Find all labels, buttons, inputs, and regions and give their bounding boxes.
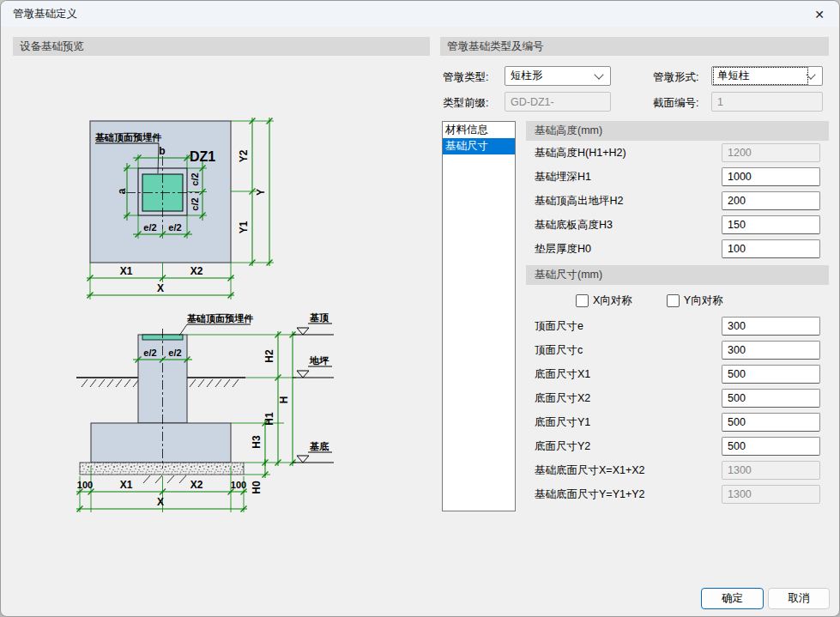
- pier-form-value: 单短柱: [714, 68, 807, 84]
- dim-label-y: Y: [255, 189, 267, 196]
- dim-label-x: X: [157, 282, 164, 294]
- pier-form-label: 管墩形式:: [653, 70, 698, 85]
- field-row: 基础埋深H1: [526, 165, 829, 189]
- dim-label-x2: X2: [190, 265, 203, 277]
- field-label: 顶面尺寸e: [535, 319, 583, 334]
- level-label-base: 基底: [309, 441, 329, 451]
- field-label: 基础底面尺寸Y=Y1+Y2: [535, 487, 645, 502]
- field-input[interactable]: [722, 215, 820, 234]
- section-footing: [91, 423, 231, 463]
- field-row: 基础底面尺寸X=X1+X2: [526, 458, 829, 482]
- dim-label-h2: H2: [263, 349, 275, 363]
- field-input[interactable]: [722, 437, 820, 456]
- type-prefix-input: [505, 92, 611, 112]
- type-prefix-label: 类型前缀:: [443, 96, 488, 111]
- field-row: 基础高度H(H1+H2): [526, 141, 829, 165]
- list-item[interactable]: 材料信息: [443, 122, 515, 138]
- field-input: [722, 485, 820, 504]
- window-title: 管墩基础定义: [13, 7, 77, 21]
- plan-precast-label: 基础顶面预埋件: [94, 132, 162, 142]
- field-row: 底面尺寸Y1: [526, 410, 829, 434]
- field-label: 垫层厚度H0: [535, 242, 591, 257]
- list-item[interactable]: 基础尺寸: [443, 138, 515, 154]
- foundation-preview-drawing: 基础顶面预埋件 DZ1: [13, 35, 430, 564]
- dim-label-x-sec: X: [157, 496, 164, 508]
- field-input[interactable]: [722, 317, 820, 336]
- dim-label-e2-right-sec: e/2: [168, 348, 181, 358]
- field-input: [722, 143, 820, 162]
- pier-type-label: 管墩类型:: [443, 70, 488, 85]
- chevron-down-icon: [806, 70, 815, 79]
- checkbox-label: X向对称: [593, 293, 632, 308]
- section-no-label: 截面编号:: [653, 96, 698, 111]
- field-row: 基础底面尺寸Y=Y1+Y2: [526, 482, 829, 506]
- pier-type-value: 短柱形: [507, 68, 595, 84]
- section-header-height: 基础高度(mm): [526, 121, 829, 141]
- pier-form-combobox[interactable]: 单短柱: [711, 66, 823, 86]
- dim-label-x2-sec: X2: [190, 479, 203, 491]
- chevron-down-icon: [594, 70, 603, 79]
- section-precast-label: 基础顶面预埋件: [186, 313, 254, 324]
- dim-label-e2-left-sec: e/2: [143, 348, 156, 358]
- right-panel-header-label: 管墩基础类型及编号: [440, 39, 544, 54]
- field-input[interactable]: [722, 239, 820, 258]
- field-input[interactable]: [722, 413, 820, 432]
- field-label: 基础顶高出地坪H2: [535, 194, 623, 209]
- field-input[interactable]: [722, 167, 820, 186]
- field-label: 底面尺寸X2: [535, 391, 590, 406]
- field-input[interactable]: [722, 191, 820, 210]
- field-row: 基础顶高出地坪H2: [526, 189, 829, 213]
- field-row: 底面尺寸X1: [526, 362, 829, 386]
- category-listbox: 材料信息基础尺寸: [442, 121, 516, 511]
- symmetry-checkbox[interactable]: X向对称: [576, 293, 632, 308]
- field-label: 顶面尺寸c: [535, 343, 583, 358]
- field-input[interactable]: [722, 341, 820, 360]
- field-row: 顶面尺寸c: [526, 338, 829, 362]
- dim-label-x1: X1: [120, 265, 133, 277]
- dim-label-x1-sec: X1: [120, 479, 133, 491]
- dim-label-b: b: [159, 145, 165, 157]
- field-label: 基础高度H(H1+H2): [535, 146, 626, 160]
- field-label: 基础底面尺寸X=X1+X2: [535, 463, 645, 478]
- close-icon[interactable]: ✕: [807, 4, 832, 24]
- field-row: 垫层厚度H0: [526, 237, 829, 261]
- dim-label-a: a: [116, 188, 128, 194]
- parameters-form: 基础高度(mm) 基础高度H(H1+H2)基础埋深H1基础顶高出地坪H2基础底板…: [526, 121, 829, 506]
- right-panel-header: 管墩基础类型及编号: [440, 37, 829, 56]
- checkbox-label: Y向对称: [684, 293, 723, 308]
- symmetry-checkbox[interactable]: Y向对称: [667, 293, 723, 308]
- section-cushion-layer: [80, 463, 244, 475]
- dim-label-e2-right: e/2: [168, 222, 181, 233]
- level-label-top: 基顶: [309, 312, 329, 323]
- checkbox-icon[interactable]: [667, 294, 680, 307]
- dim-label-h1: H1: [263, 412, 275, 426]
- field-row: 顶面尺寸e: [526, 314, 829, 338]
- field-label: 基础底板高度H3: [535, 218, 613, 233]
- field-input: [722, 461, 820, 480]
- field-label: 基础埋深H1: [535, 170, 591, 184]
- level-label-ground: 地坪: [309, 355, 329, 366]
- title-bar: 管墩基础定义 ✕: [1, 1, 839, 27]
- field-row: 底面尺寸X2: [526, 386, 829, 410]
- field-label: 底面尺寸X1: [535, 367, 590, 382]
- field-label: 底面尺寸Y2: [535, 439, 590, 454]
- dim-label-c2-bottom: c/2: [190, 197, 200, 210]
- dim-label-e2-left: e/2: [143, 222, 156, 233]
- field-input[interactable]: [722, 389, 820, 408]
- checkbox-icon[interactable]: [576, 294, 589, 307]
- ok-button[interactable]: 确定: [701, 588, 764, 609]
- dim-label-y1: Y1: [238, 221, 250, 233]
- field-row: 基础底板高度H3: [526, 213, 829, 237]
- dim-label-h3: H3: [251, 435, 263, 449]
- dim-label-h: H: [278, 396, 290, 404]
- dim-label-y2: Y2: [238, 149, 250, 162]
- dim-label-c2-top: c/2: [190, 172, 200, 185]
- symmetry-checkbox-row: X向对称Y向对称: [526, 290, 829, 311]
- field-label: 底面尺寸Y1: [535, 415, 590, 430]
- cancel-button[interactable]: 取消: [768, 588, 830, 609]
- field-row: 底面尺寸Y2: [526, 434, 829, 458]
- field-input[interactable]: [722, 365, 820, 384]
- dim-label-h0: H0: [251, 481, 263, 494]
- section-no-input: [711, 92, 823, 112]
- pier-type-combobox[interactable]: 短柱形: [505, 66, 611, 86]
